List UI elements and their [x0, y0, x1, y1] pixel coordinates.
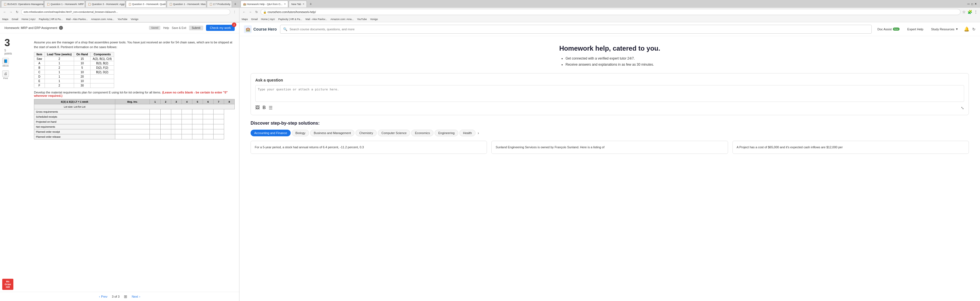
mrp-cell[interactable]	[203, 114, 213, 119]
submit-button[interactable]: Submit	[189, 25, 203, 30]
menu-icon[interactable]: ⋮	[974, 10, 978, 14]
tab-new-tab[interactable]: New Tab ×	[289, 0, 307, 7]
back-button[interactable]: ←	[2, 10, 7, 14]
forward-button[interactable]: →	[8, 10, 13, 14]
notification-icon[interactable]: 🔔	[964, 27, 969, 32]
mrp-cell[interactable]	[150, 135, 161, 139]
new-tab-button[interactable]: +	[232, 0, 238, 7]
prev-button[interactable]: ‹ Prev	[99, 295, 107, 298]
mrp-cell[interactable]	[171, 114, 181, 119]
minimize-button[interactable]: ─	[967, 2, 970, 6]
bookmark-paylocity[interactable]: Paylocity | HR & Pa...	[39, 18, 63, 21]
mrp-cell[interactable]	[213, 135, 224, 139]
bookmark-amazon[interactable]: Amazon.com: Ama...	[91, 18, 114, 21]
tabs-right-arrow[interactable]: ›	[477, 130, 480, 136]
tab-q3-aggr[interactable]: 📋 Question 3 - Homework: Aggr... ×	[86, 0, 125, 7]
subject-tab-accounting[interactable]: Accounting and Finance	[251, 130, 291, 136]
info-icon[interactable]: i	[59, 26, 63, 30]
mrp-cell[interactable]	[161, 124, 171, 129]
mrp-cell[interactable]	[192, 119, 203, 124]
mrp-cell[interactable]	[150, 129, 161, 135]
mrp-cell[interactable]	[171, 119, 181, 124]
url-input[interactable]: ezto.mheducation.com/ext/map/index.html?…	[21, 9, 230, 15]
tab-coursehero-main[interactable]: 🏫 Homework Help - Q&A from O... ×	[240, 0, 288, 7]
ch-url-input[interactable]: 🔒 coursehero.com/tutors/homework-help/	[261, 9, 961, 15]
solution-card-1[interactable]: For a 5-year period, a stock had annual …	[251, 141, 487, 154]
mrp-cell[interactable]	[150, 124, 161, 129]
mrp-cell[interactable]	[115, 135, 150, 139]
extensions-button[interactable]: ⋮	[232, 10, 237, 14]
ch-bookmark-vonigo[interactable]: Vonigo	[370, 18, 378, 21]
tab-bus415[interactable]: 📋 BUS415: Operations Manageme... ×	[1, 0, 44, 7]
mrp-cell[interactable]	[171, 124, 181, 129]
bookmark-maps[interactable]: Maps	[2, 18, 8, 21]
mrp-cell[interactable]	[181, 109, 192, 114]
mrp-cell[interactable]	[115, 119, 150, 124]
mrp-cell[interactable]	[181, 119, 192, 124]
study-resources-button[interactable]: Study Resources ▼	[929, 27, 961, 32]
expert-help-button[interactable]: Expert Help	[905, 27, 926, 32]
next-button[interactable]: Next ›	[132, 295, 140, 298]
mrp-cell[interactable]	[115, 124, 150, 129]
subject-tab-engineering[interactable]: Engineering	[434, 130, 458, 136]
tab-q1-man[interactable]: 📋 Question 1 - Homework: Man... ×	[167, 0, 206, 7]
mrp-cell[interactable]	[150, 109, 161, 114]
mrp-cell[interactable]	[203, 124, 213, 129]
ebook-tool[interactable]: 📘 eBook	[1, 57, 10, 68]
tab-q3-quality[interactable]: 📋 Question 3 - Homework: Quali... ×	[126, 0, 166, 7]
ch-search-input[interactable]	[290, 27, 869, 31]
ch-tab-close-main[interactable]: ×	[284, 3, 286, 6]
subject-tab-biology[interactable]: Biology	[292, 130, 309, 136]
subject-tab-cs[interactable]: Computer Science	[378, 130, 410, 136]
image-attach-icon[interactable]: 🖼	[255, 105, 260, 111]
tab-productivity[interactable]: 📋 2.7 Productivity ×	[207, 0, 232, 7]
ch-bookmark-gmail[interactable]: Gmail	[251, 18, 258, 21]
mrp-cell[interactable]	[192, 135, 203, 139]
bookmark-youtube[interactable]: YouTube	[118, 18, 127, 21]
mrp-cell[interactable]	[181, 135, 192, 139]
ch-bookmark-youtube[interactable]: YouTube	[357, 18, 367, 21]
close-window-button[interactable]: ×	[975, 2, 977, 6]
solution-card-3[interactable]: A Project has a cost of $65,000 and it's…	[732, 141, 969, 154]
bookmark-home[interactable]: Home | myU	[22, 18, 36, 21]
mrp-cell[interactable]	[115, 114, 150, 119]
print-tool[interactable]: 🖨 Print	[1, 69, 10, 81]
subject-tab-business[interactable]: Business and Management	[310, 130, 355, 136]
mrp-cell[interactable]	[161, 119, 171, 124]
ch-search-bar[interactable]: 🔍	[280, 25, 872, 34]
help-link[interactable]: Help	[163, 27, 169, 30]
mrp-cell[interactable]	[213, 124, 224, 129]
mrp-cell[interactable]	[203, 119, 213, 124]
ch-tab-close-new[interactable]: ×	[302, 3, 304, 6]
mrp-cell[interactable]	[192, 129, 203, 135]
mrp-cell[interactable]	[203, 109, 213, 114]
save-exit-link[interactable]: Save & Exit	[172, 27, 186, 30]
ch-app-refresh-icon[interactable]: ↻	[972, 27, 975, 32]
mrp-cell[interactable]	[192, 124, 203, 129]
grid-icon[interactable]: ⊞	[124, 294, 127, 299]
mrp-cell[interactable]	[161, 114, 171, 119]
bookmark-vonigo[interactable]: Vonigo	[131, 18, 138, 21]
mrp-cell[interactable]	[161, 129, 171, 135]
ch-bookmark-maps[interactable]: Maps	[242, 18, 248, 21]
bookmark-mail[interactable]: Mail - Alex Pavlov...	[66, 18, 88, 21]
mrp-cell[interactable]	[192, 114, 203, 119]
ch-new-tab-button[interactable]: +	[307, 0, 314, 7]
mrp-cell[interactable]	[150, 119, 161, 124]
tab-q1-mrp[interactable]: 📋 Question 1 - Homework: MRP ... ×	[44, 0, 85, 7]
mrp-cell[interactable]	[181, 114, 192, 119]
mrp-cell[interactable]	[181, 129, 192, 135]
mrp-cell[interactable]	[181, 124, 192, 129]
ch-bookmark-amazon[interactable]: Amazon.com: Ama...	[331, 18, 353, 21]
mrp-cell[interactable]	[150, 114, 161, 119]
ch-bookmark-home[interactable]: Home | myU	[261, 18, 275, 21]
ch-forward-button[interactable]: →	[248, 10, 253, 14]
maximize-button[interactable]: □	[971, 3, 973, 6]
mrp-cell[interactable]	[161, 109, 171, 114]
mrp-cell[interactable]	[171, 109, 181, 114]
mrp-cell[interactable]	[213, 109, 224, 114]
mrp-cell[interactable]	[115, 129, 150, 135]
bold-icon[interactable]: B	[262, 105, 266, 111]
subject-tab-chemistry[interactable]: Chemistry	[356, 130, 377, 136]
subject-tab-economics[interactable]: Economics	[411, 130, 433, 136]
